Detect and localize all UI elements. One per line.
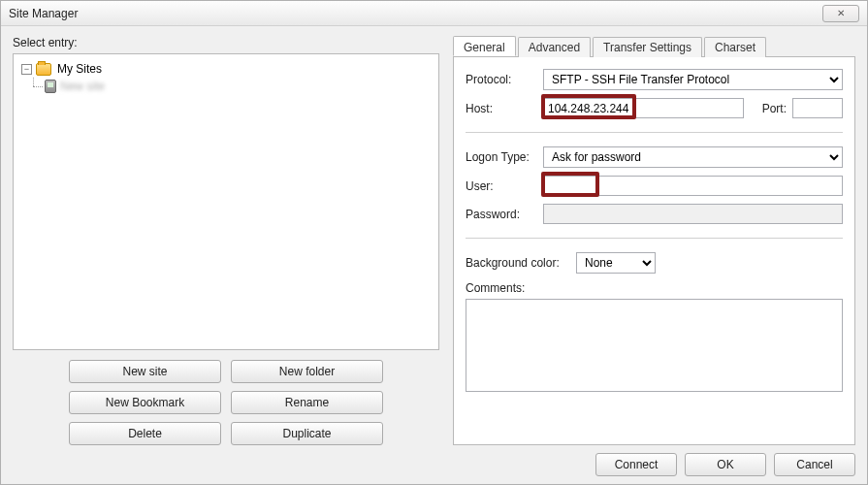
logon-type-label: Logon Type: — [466, 150, 537, 164]
comments-textarea[interactable] — [466, 299, 843, 392]
window-title: Site Manager — [9, 7, 78, 20]
tree-root-label: My Sites — [57, 62, 102, 76]
tabs: General Advanced Transfer Settings Chars… — [453, 36, 855, 57]
host-input-wrap — [543, 98, 744, 118]
tab-general[interactable]: General — [453, 36, 516, 56]
bg-color-select[interactable]: None — [576, 252, 656, 274]
rename-button[interactable]: Rename — [231, 391, 383, 414]
port-input[interactable] — [792, 98, 843, 118]
bg-color-row: Background color: None — [466, 252, 843, 274]
content-area: Select entry: − My Sites New site New si… — [1, 26, 867, 445]
left-pane: Select entry: − My Sites New site New si… — [13, 36, 439, 445]
ok-button[interactable]: OK — [685, 453, 766, 476]
tree-root-row[interactable]: − My Sites — [17, 60, 434, 78]
tab-transfer-settings[interactable]: Transfer Settings — [593, 37, 702, 57]
titlebar: Site Manager ✕ — [1, 1, 867, 26]
right-pane: General Advanced Transfer Settings Chars… — [453, 36, 855, 445]
protocol-row: Protocol: SFTP - SSH File Transfer Proto… — [466, 69, 843, 90]
protocol-label: Protocol: — [466, 73, 537, 86]
connect-button[interactable]: Connect — [595, 453, 677, 476]
protocol-select[interactable]: SFTP - SSH File Transfer Protocol — [543, 69, 843, 90]
close-icon: ✕ — [837, 8, 845, 18]
comments-label: Comments: — [466, 281, 843, 295]
logon-type-select[interactable]: Ask for password — [543, 146, 843, 168]
password-row: Password: — [466, 204, 843, 224]
tree-child-row[interactable]: New site — [17, 78, 434, 95]
comments-row: Comments: — [466, 281, 843, 395]
user-label: User: — [466, 179, 537, 193]
duplicate-button[interactable]: Duplicate — [231, 422, 383, 445]
user-input[interactable] — [543, 176, 843, 196]
separator-1 — [466, 132, 843, 133]
new-folder-button[interactable]: New folder — [231, 360, 383, 383]
separator-2 — [466, 238, 843, 239]
host-row: Host: Port: — [466, 98, 843, 118]
delete-button[interactable]: Delete — [69, 422, 221, 445]
cancel-button[interactable]: Cancel — [774, 453, 855, 476]
password-input — [543, 204, 843, 224]
user-input-wrap — [543, 176, 843, 196]
user-row: User: — [466, 176, 843, 196]
new-bookmark-button[interactable]: New Bookmark — [69, 391, 221, 414]
tab-advanced[interactable]: Advanced — [518, 37, 591, 57]
password-label: Password: — [466, 208, 537, 221]
new-site-button[interactable]: New site — [69, 360, 221, 383]
folder-icon — [36, 63, 51, 76]
tree-collapse-icon[interactable]: − — [21, 64, 32, 75]
tree-connector-icon — [27, 78, 45, 95]
site-buttons-grid: New site New folder New Bookmark Rename … — [13, 350, 439, 445]
site-tree[interactable]: − My Sites New site — [13, 53, 439, 350]
logon-type-row: Logon Type: Ask for password — [466, 146, 843, 168]
host-label: Host: — [466, 102, 537, 115]
bg-color-label: Background color: — [466, 256, 570, 270]
tab-charset[interactable]: Charset — [704, 37, 766, 57]
site-manager-window: Site Manager ✕ Select entry: − My Sites … — [0, 0, 868, 485]
select-entry-label: Select entry: — [13, 36, 439, 49]
server-icon — [45, 80, 56, 93]
port-label: Port: — [750, 102, 787, 115]
window-close-button[interactable]: ✕ — [822, 5, 859, 22]
host-input[interactable] — [543, 98, 744, 118]
tab-general-body: Protocol: SFTP - SSH File Transfer Proto… — [453, 57, 855, 445]
tree-child-label: New site — [60, 80, 105, 93]
footer-buttons: Connect OK Cancel — [595, 453, 855, 476]
